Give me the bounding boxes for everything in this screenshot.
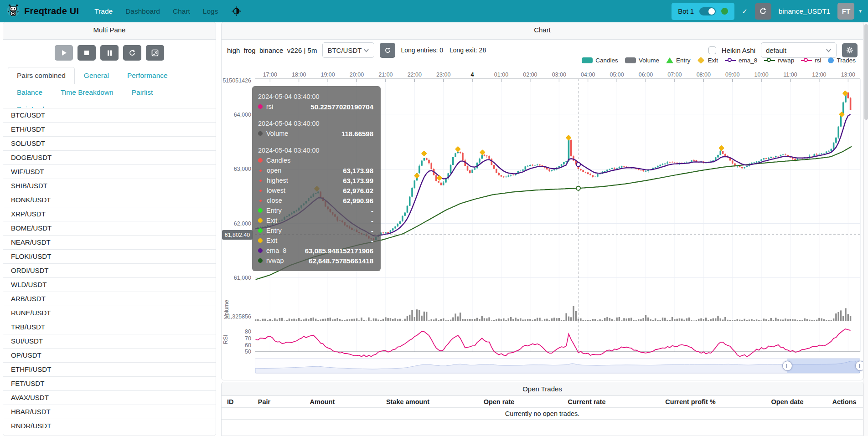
pair-list-item[interactable]: RNDR/USDT	[3, 419, 216, 433]
volume-bar	[308, 319, 309, 321]
tab-pairlist[interactable]: Pairlist	[123, 84, 162, 101]
legend-item-Volume[interactable]: Volume	[625, 57, 659, 64]
legend-item-Candles[interactable]: Candles	[582, 57, 618, 64]
refresh-chart-button[interactable]	[380, 43, 395, 58]
volume-bar	[424, 312, 425, 321]
volume-bar	[773, 320, 774, 321]
pair-list-item[interactable]: WIF/USDT	[3, 165, 216, 179]
candle-body	[597, 174, 599, 176]
legend-label: rvwap	[778, 57, 794, 64]
heikin-ashi-checkbox[interactable]	[708, 46, 716, 54]
theme-toggle-icon[interactable]	[232, 6, 241, 16]
pair-list-item[interactable]: SHIB/USDT	[3, 179, 216, 193]
start-bot-button[interactable]	[55, 45, 73, 61]
pair-list-item[interactable]: ETHFI/USDT	[3, 363, 216, 377]
candle-body	[281, 220, 283, 221]
datazoom-right-handle[interactable]	[855, 361, 863, 371]
nav-item-dashboard[interactable]: Dashboard	[125, 7, 160, 15]
datazoom-left-handle[interactable]	[782, 361, 792, 371]
pause-bot-button[interactable]	[100, 45, 119, 61]
heikin-ashi-label: Heikin Ashi	[722, 46, 755, 54]
datazoom-selection[interactable]	[787, 359, 860, 373]
legend-swatch-rvwap-line-icon	[764, 57, 775, 63]
pair-list-item[interactable]: AVAX/USDT	[3, 391, 216, 405]
exit-signal-diamond-icon	[314, 186, 320, 192]
pair-select[interactable]: BTC/USDT	[322, 42, 374, 58]
pair-list-item[interactable]: XRP/USDT	[3, 207, 216, 221]
candle-body	[760, 159, 762, 161]
tab-performance[interactable]: Performance	[118, 67, 177, 84]
pair-list-item[interactable]: ETH/USDT	[3, 123, 216, 137]
pair-list-item[interactable]: NEAR/USDT	[3, 236, 216, 250]
pair-list-item[interactable]: DOGE/USDT	[3, 151, 216, 165]
bot-selector[interactable]: Bot 1	[672, 3, 734, 20]
nav-item-chart[interactable]: Chart	[173, 7, 190, 15]
bot-toggle[interactable]	[699, 7, 716, 15]
plot-config-select[interactable]: default	[761, 42, 837, 58]
reload-bot-button[interactable]	[755, 3, 771, 20]
nav-item-trade[interactable]: Trade	[94, 7, 113, 15]
pair-list-item[interactable]: ORDI/USDT	[3, 264, 216, 278]
volume-bar	[604, 318, 605, 321]
pair-list-item[interactable]: SUI/USDT	[3, 334, 216, 349]
volume-bar	[801, 320, 803, 321]
legend-item-Exit[interactable]: Exit	[697, 57, 718, 64]
candle-body	[746, 166, 748, 167]
plot-settings-button[interactable]	[842, 43, 858, 57]
pair-list-item[interactable]: BTC/USDT	[3, 108, 216, 123]
candle-body	[358, 232, 360, 233]
avatar[interactable]: FT	[837, 3, 854, 20]
candle-body	[407, 206, 408, 213]
legend-item-rsi[interactable]: rsi	[801, 57, 821, 64]
signal-counts: Long entries: 0 Long exit: 28	[401, 46, 486, 54]
legend-item-rvwap[interactable]: rvwap	[764, 57, 794, 64]
legend-item-ema_8[interactable]: ema_8	[725, 57, 757, 64]
pair-list-item[interactable]: TRB/USDT	[3, 320, 216, 334]
tab-time-breakdown[interactable]: Time Breakdown	[52, 84, 123, 101]
pair-list-item[interactable]: AR/USDT	[3, 433, 216, 436]
candle-body	[831, 149, 832, 151]
candle-body	[474, 168, 476, 169]
forget-trades-button[interactable]	[146, 45, 164, 61]
nav-item-logs[interactable]: Logs	[203, 7, 218, 15]
pair-list-item[interactable]: ARB/USDT	[3, 292, 216, 306]
legend-item-Entry[interactable]: Entry	[666, 57, 691, 64]
pair-list-item[interactable]: WLD/USDT	[3, 278, 216, 292]
volume-bar	[729, 320, 731, 321]
pair-list-item[interactable]: FLOKI/USDT	[3, 250, 216, 264]
candlestick-chart[interactable]: 17:0018:0019:0020:0021:0022:0023:00401:0…	[222, 56, 863, 357]
tab-general[interactable]: General	[75, 67, 118, 84]
stop-bot-button[interactable]	[78, 45, 96, 61]
legend-swatch-trades-circle-icon	[828, 57, 834, 63]
candle-body	[818, 154, 820, 154]
candle-body	[264, 226, 266, 227]
pair-list-item[interactable]: FET/USDT	[3, 377, 216, 391]
pair-list-item[interactable]: RUNE/USDT	[3, 306, 216, 320]
pair-list-item[interactable]: BOME/USDT	[3, 221, 216, 236]
tab-pairs-combined[interactable]: Pairs combined	[8, 67, 75, 84]
page-scrollbar	[863, 22, 868, 436]
pair-list-item[interactable]: BONK/USDT	[3, 193, 216, 207]
volume-bar	[496, 319, 497, 321]
pair-list-item[interactable]: SOL/USDT	[3, 137, 216, 151]
candle-body	[835, 138, 837, 143]
chevron-down-icon[interactable]: ▾	[859, 8, 862, 14]
reload-config-button[interactable]	[123, 45, 141, 61]
brand[interactable]: Freqtrade UI	[6, 4, 79, 19]
legend-item-Trades[interactable]: Trades	[828, 57, 856, 64]
volume-bar	[341, 320, 343, 321]
datazoom-slider[interactable]	[255, 358, 860, 374]
open-trades-title: Open Trades	[222, 382, 863, 396]
candle-body	[426, 158, 428, 160]
tab-balance[interactable]: Balance	[8, 84, 52, 101]
candle-body	[428, 160, 430, 163]
pair-list-item[interactable]: OP/USDT	[3, 349, 216, 363]
pair-list-item[interactable]: HBAR/USDT	[3, 405, 216, 419]
scrollbar-thumb[interactable]	[864, 24, 868, 120]
volume-bar	[850, 316, 851, 321]
x-axis-tick-label: 20:00	[350, 72, 364, 78]
volume-bar	[691, 320, 692, 321]
volume-bar	[679, 318, 680, 321]
volume-bar	[310, 318, 311, 321]
open-trades-column-open-rate: Open rate	[457, 398, 541, 405]
